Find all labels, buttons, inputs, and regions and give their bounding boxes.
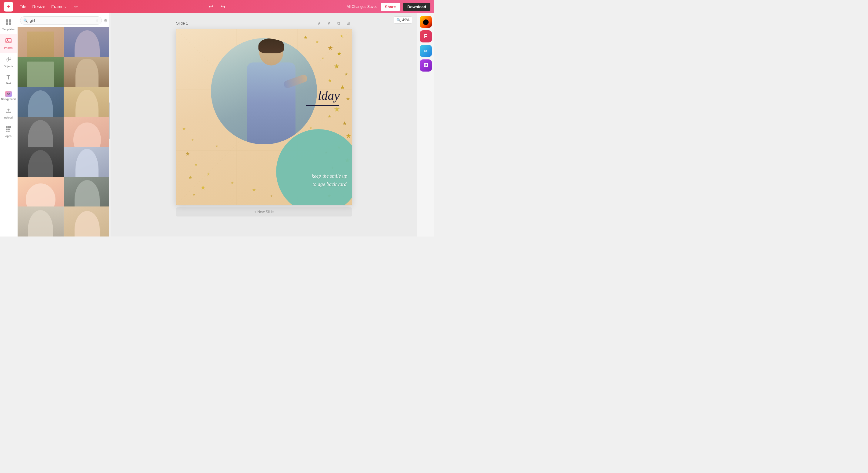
zoom-indicator: 🔍 49% <box>394 17 412 24</box>
panel-scrollbar-thumb[interactable] <box>109 102 110 139</box>
underline-decoration <box>306 105 339 106</box>
app-photo[interactable]: 🖼 <box>420 59 432 71</box>
canvas-area: 🔍 49% Slide 1 ∧ ∨ ⧉ ⊞ <box>111 13 417 237</box>
slide-move-up-button[interactable]: ∧ <box>315 20 323 27</box>
apps-icon <box>5 125 12 134</box>
objects-label: Objects <box>4 65 13 68</box>
edit-icon[interactable]: ✏ <box>74 4 78 9</box>
redo-button[interactable]: ↪ <box>219 2 227 11</box>
upload-icon <box>5 107 12 115</box>
svg-rect-11 <box>6 128 7 130</box>
templates-label: Templates <box>2 28 14 31</box>
svg-rect-14 <box>8 131 10 131</box>
svg-point-5 <box>7 39 8 41</box>
app-colorwheel[interactable]: ⬤ <box>420 16 432 28</box>
search-bar: 🔍 ✕ ⚙ <box>17 13 111 26</box>
quote-line-1: keep the smile up <box>312 173 347 179</box>
svg-rect-1 <box>9 20 11 22</box>
sidebar-item-apps[interactable]: Apps <box>0 122 17 141</box>
app-font[interactable]: F <box>420 30 432 42</box>
slide-duplicate-button[interactable]: ⧉ <box>335 20 342 27</box>
photo-grid: ♥ ♥ ℹ ♥ <box>17 26 111 237</box>
text-icon: T <box>6 74 10 81</box>
menu-frames[interactable]: Frames <box>51 4 65 9</box>
quote-line-2: to age backward <box>312 181 347 187</box>
photos-label: Photos <box>4 47 12 50</box>
left-sidebar: Templates Photos Objects T <box>0 13 17 237</box>
text-label: Text <box>6 82 11 85</box>
colorwheel-icon: ⬤ <box>423 19 429 25</box>
sidebar-item-objects[interactable]: Objects <box>0 53 17 71</box>
svg-rect-2 <box>6 23 8 25</box>
topbar-center: ↩ ↪ <box>207 2 227 11</box>
circle-photo-frame[interactable] <box>211 38 317 144</box>
app-draw[interactable]: ✏ <box>420 45 432 57</box>
topbar-right: All Changes Saved Share Download <box>347 3 430 11</box>
app-logo: ✦ <box>4 2 13 11</box>
svg-rect-3 <box>9 23 11 25</box>
svg-rect-7 <box>8 57 11 59</box>
search-filter-icon[interactable]: ⚙ <box>104 18 107 23</box>
sidebar-item-text[interactable]: T Text <box>0 71 17 88</box>
background-label: Background <box>1 98 16 101</box>
slide-add-button[interactable]: ⊞ <box>345 20 352 27</box>
search-input-wrap[interactable]: 🔍 ✕ <box>20 17 102 25</box>
apps-label: Apps <box>5 135 11 138</box>
undo-button[interactable]: ↩ <box>207 2 215 11</box>
photo-thumb-13[interactable] <box>18 206 64 237</box>
slide-header: Slide 1 ∧ ∨ ⧉ ⊞ <box>176 20 352 27</box>
sidebar-item-photos[interactable]: Photos <box>0 34 17 53</box>
templates-icon <box>5 19 12 27</box>
svg-rect-4 <box>6 38 11 43</box>
font-icon: F <box>424 33 427 40</box>
search-input[interactable] <box>30 18 94 23</box>
photo-app-icon: 🖼 <box>424 63 428 68</box>
sidebar-item-background[interactable]: BG Background <box>0 88 17 104</box>
save-status: All Changes Saved <box>347 4 378 9</box>
background-icon: BG <box>5 91 12 97</box>
woman-figure <box>235 38 308 144</box>
search-icon: 🔍 <box>23 19 28 23</box>
svg-rect-13 <box>6 131 7 131</box>
search-clear-icon[interactable]: ✕ <box>95 19 98 23</box>
topbar: ✦ File Resize Frames ✏ ↩ ↪ All Changes S… <box>0 0 434 13</box>
svg-rect-12 <box>8 128 10 130</box>
photo-panel: 🔍 ✕ ⚙ ♥ ♥ <box>17 13 111 237</box>
new-slide-button[interactable]: + New Slide <box>176 207 352 216</box>
share-button[interactable]: Share <box>381 3 400 11</box>
zoom-level: 49% <box>402 18 409 22</box>
canvas-slide[interactable]: ★ ★ ★ ★ ★ ★ ★ ★ ★ ★ ★ ★ ★ ★ ★ ★ ★ ★ ★ ★ <box>176 29 352 205</box>
menu-resize[interactable]: Resize <box>32 4 45 9</box>
menu-file[interactable]: File <box>20 4 26 9</box>
birthday-text[interactable]: lday <box>318 88 340 103</box>
slide-actions: ∧ ∨ ⧉ ⊞ <box>315 20 352 27</box>
sidebar-item-templates[interactable]: Templates <box>0 16 17 34</box>
zoom-icon: 🔍 <box>396 18 401 22</box>
upload-label: Upload <box>4 116 13 119</box>
slide-title: Slide 1 <box>176 21 188 26</box>
topbar-menu: File Resize Frames ✏ <box>20 4 342 9</box>
main-layout: Templates Photos Objects T <box>0 13 434 237</box>
right-sidebar: ⬤ F ✏ 🖼 <box>417 13 434 237</box>
sidebar-item-upload[interactable]: Upload <box>0 104 17 122</box>
svg-point-6 <box>6 59 8 61</box>
download-button[interactable]: Download <box>403 3 430 11</box>
photo-thumb-14[interactable]: ♥ <box>64 206 110 237</box>
svg-rect-9 <box>8 126 10 128</box>
svg-rect-8 <box>6 126 7 128</box>
svg-rect-0 <box>6 20 8 22</box>
draw-icon: ✏ <box>424 48 428 54</box>
objects-icon <box>5 56 12 64</box>
circle-frame-inner <box>211 38 317 144</box>
svg-rect-10 <box>10 126 11 128</box>
photos-icon <box>5 37 12 46</box>
quote-text: keep the smile up to age backward <box>312 172 347 188</box>
slide-move-down-button[interactable]: ∨ <box>325 20 333 27</box>
